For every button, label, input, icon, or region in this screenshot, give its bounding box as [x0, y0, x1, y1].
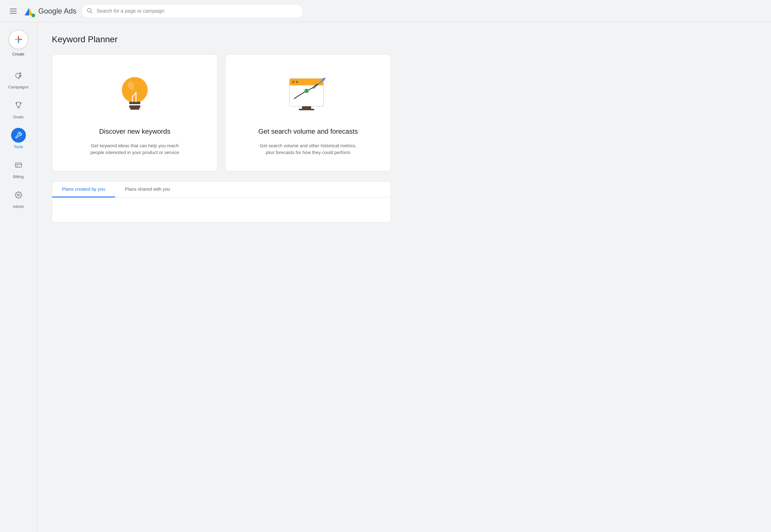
sidebar-item-billing[interactable]: Billing	[0, 155, 37, 182]
svg-point-26	[292, 81, 295, 83]
app-title: Google Ads	[38, 7, 76, 15]
google-ads-logo[interactable]: Google Ads	[23, 5, 76, 17]
svg-rect-31	[302, 106, 311, 109]
svg-rect-22	[130, 108, 139, 110]
tabs-header: Plans created by you Plans shared with y…	[52, 181, 391, 197]
sidebar: Create Campaigns	[0, 22, 37, 532]
search-input[interactable]	[81, 4, 304, 18]
top-navigation: Google Ads	[0, 0, 771, 22]
sidebar-item-campaigns-label: Campaigns	[8, 85, 29, 89]
menu-button[interactable]	[7, 6, 19, 16]
lightbulb-icon	[113, 71, 156, 117]
discover-keywords-desc: Get keyword ideas that can help you reac…	[85, 142, 184, 156]
goals-icon-wrap	[11, 98, 26, 113]
search-bar	[81, 4, 304, 18]
billing-icon-wrap	[11, 158, 26, 173]
svg-point-17	[18, 194, 19, 196]
discover-keywords-card[interactable]: Discover new keywords Get keyword ideas …	[52, 54, 218, 171]
sidebar-item-tools[interactable]: Tools	[0, 125, 37, 152]
svg-point-27	[296, 81, 298, 83]
sidebar-item-admin[interactable]: Admin	[0, 185, 37, 212]
discover-keywords-illustration	[110, 69, 159, 119]
chart-browser-icon	[284, 72, 333, 116]
svg-marker-0	[25, 8, 29, 15]
google-ads-logo-icon	[23, 5, 35, 17]
create-button[interactable]	[9, 30, 28, 49]
create-section: Create	[9, 30, 28, 63]
svg-rect-14	[15, 163, 22, 167]
cards-row: Discover new keywords Get keyword ideas …	[52, 54, 391, 171]
topnav-left: Google Ads	[7, 5, 76, 17]
svg-point-3	[87, 8, 91, 12]
svg-point-2	[31, 14, 35, 17]
search-volume-desc: Get search volume and other historical m…	[259, 142, 357, 156]
create-label: Create	[12, 52, 24, 56]
sidebar-item-goals[interactable]: Goals	[0, 95, 37, 122]
svg-rect-21	[129, 105, 140, 108]
sidebar-item-tools-label: Tools	[14, 144, 23, 149]
tools-icon	[15, 132, 22, 139]
svg-rect-32	[299, 109, 314, 110]
tab-plans-created-by-you[interactable]: Plans created by you	[52, 181, 115, 197]
tab-plans-shared-with-you[interactable]: Plans shared with you	[115, 181, 180, 197]
search-icon	[86, 7, 92, 15]
tab-content	[52, 197, 391, 222]
tools-icon-wrap	[11, 128, 26, 143]
goals-icon	[15, 102, 22, 109]
svg-rect-20	[129, 102, 140, 104]
svg-point-18	[122, 77, 148, 103]
search-volume-title: Get search volume and forecasts	[259, 127, 358, 136]
plus-icon	[14, 35, 23, 44]
sidebar-item-admin-label: Admin	[13, 204, 24, 209]
campaigns-icon-wrap	[11, 68, 26, 83]
search-volume-card[interactable]: Get search volume and forecasts Get sear…	[225, 54, 391, 171]
sidebar-item-billing-label: Billing	[13, 174, 24, 179]
main-layout: Create Campaigns	[0, 22, 771, 532]
sidebar-item-goals-label: Goals	[13, 115, 24, 119]
search-volume-illustration	[284, 69, 333, 119]
svg-line-4	[91, 12, 92, 13]
tabs-section: Plans created by you Plans shared with y…	[52, 181, 391, 222]
campaigns-icon	[15, 72, 22, 79]
admin-icon	[15, 191, 22, 199]
sidebar-item-campaigns[interactable]: Campaigns	[0, 65, 37, 92]
admin-icon-wrap	[11, 188, 26, 202]
svg-point-28	[304, 89, 309, 93]
billing-icon	[15, 161, 22, 169]
page-title: Keyword Planner	[52, 35, 756, 44]
discover-keywords-title: Discover new keywords	[99, 127, 170, 136]
main-content: Keyword Planner	[37, 22, 771, 532]
svg-point-11	[20, 75, 21, 76]
